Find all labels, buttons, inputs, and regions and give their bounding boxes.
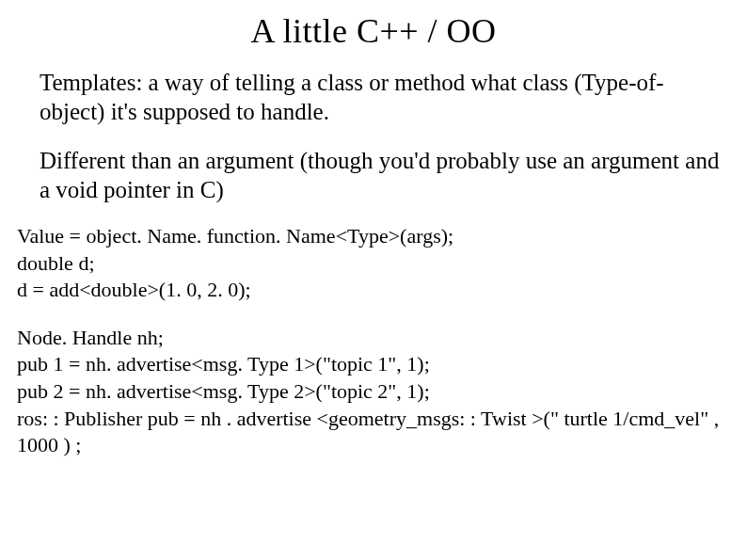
code-block-1: Value = object. Name. function. Name<Typ… [17, 223, 730, 304]
slide-title: A little C++ / OO [17, 11, 730, 51]
code-line: Value = object. Name. function. Name<Typ… [17, 223, 730, 250]
code-line: d = add<double>(1. 0, 2. 0); [17, 277, 730, 304]
code-line: pub 1 = nh. advertise<msg. Type 1>("topi… [17, 351, 730, 378]
code-line: pub 2 = nh. advertise<msg. Type 2>("topi… [17, 378, 730, 406]
paragraph-argument: Different than an argument (though you'd… [17, 146, 730, 205]
code-line: ros: : Publisher pub = nh . advertise <g… [17, 406, 730, 459]
code-line: double d; [17, 250, 730, 278]
code-block-2: Node. Handle nh; pub 1 = nh. advertise<m… [17, 325, 730, 459]
paragraph-templates: Templates: a way of telling a class or m… [17, 68, 730, 127]
code-line: Node. Handle nh; [17, 325, 730, 352]
